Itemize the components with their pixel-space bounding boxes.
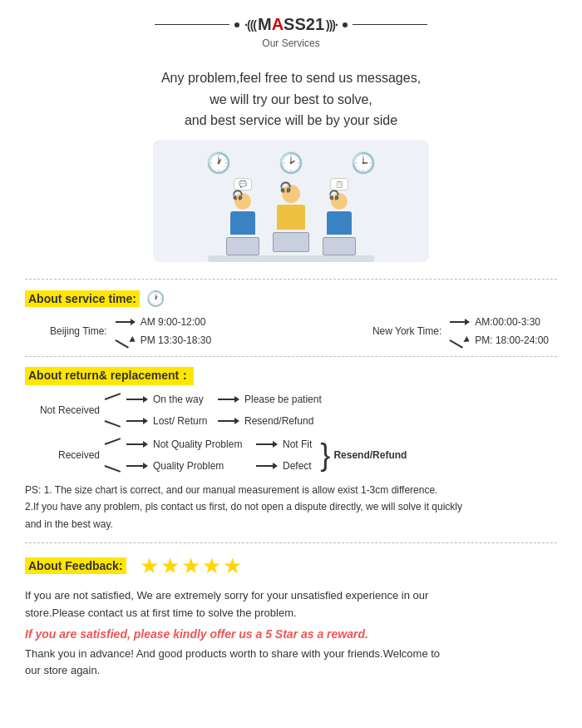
brace-resend-block: } Resend/Refund <box>317 440 407 470</box>
logo-wave-left: ·((( <box>244 18 256 32</box>
laptop-1 <box>226 237 259 255</box>
on-the-way-text: On the way <box>153 394 213 405</box>
beijing-times: AM 9:00-12:00 PM 13:30-18:30 <box>116 316 211 346</box>
quality-arrow <box>126 463 148 469</box>
defect-arrow <box>256 463 278 469</box>
not-received-label: Not Received <box>33 404 100 416</box>
star-rating: ★ ★ ★ ★ ★ <box>140 553 242 579</box>
speech-bubble-3: 📋 <box>330 178 348 191</box>
not-received-branches: On the way Please be patient Lost/ Retur… <box>105 394 322 427</box>
ny-pm-arrow-down <box>450 337 470 344</box>
service-time-title: About service time: 🕐 <box>25 290 557 308</box>
patient-arrow <box>218 396 239 403</box>
laptop-3 <box>323 237 356 255</box>
beijing-time-block: Beijing Time: AM 9:00-12:00 PM 13:30-18:… <box>50 316 211 346</box>
desk-surface <box>208 255 374 262</box>
lost-arrow <box>126 418 148 424</box>
recv-branch-up <box>105 438 121 444</box>
quality-row: Quality Problem Defect <box>105 460 312 472</box>
tagline-line2: we will try our best to solve, <box>33 89 549 111</box>
laptop-2 <box>273 232 309 252</box>
please-be-patient-text: Please be patient <box>244 394 322 405</box>
logo-wave-right: )))· <box>326 18 338 32</box>
agent-head-3: 🎧 <box>331 193 348 210</box>
newyork-am-row: AM:00:00-3:30 <box>450 316 549 328</box>
beijing-label: Beijing Time: <box>50 325 107 337</box>
dot-right <box>343 22 348 27</box>
not-quality-arrow <box>126 441 148 448</box>
beijing-pm-row: PM 13:30-18:30 <box>116 334 211 346</box>
quality-problem-text: Quality Problem <box>153 460 251 472</box>
feedback-section: About Feedback: ★ ★ ★ ★ ★ If you are not… <box>25 553 557 680</box>
agent-head-1: 🎧 <box>234 193 251 210</box>
am-arrow <box>116 319 136 325</box>
divider-3 <box>25 542 557 543</box>
received-branches: Not Quality Problem Not Fit Quality Prob… <box>105 438 312 472</box>
tagline-line1: Any problem,feel free to send us message… <box>33 67 549 89</box>
newyork-am-text: AM:00:00-3:30 <box>475 316 540 328</box>
brace-symbol: } <box>320 440 330 470</box>
feedback-thanks-block: Thank you in advance! And good products … <box>25 646 557 681</box>
customer-service-illustration: 🕐 🕑 🕒 💬 🎧 🎧 <box>0 140 582 262</box>
star-2: ★ <box>160 553 180 579</box>
ps-notes-block: PS: 1. The size chart is correct, and ou… <box>25 482 557 532</box>
tagline-line3: and best service will be by your side <box>33 110 549 131</box>
feedback-thanks-text2: our store again. <box>25 664 100 676</box>
not-fit-text: Not Fit <box>283 438 312 450</box>
time-grid: Beijing Time: AM 9:00-12:00 PM 13:30-18:… <box>25 316 557 346</box>
branch-up-line <box>105 393 121 399</box>
star-1: ★ <box>140 553 159 579</box>
ny-am-arrow <box>450 319 470 325</box>
feedback-text2: store.Please contact us at first time to… <box>25 607 297 619</box>
clock-icon-1: 🕐 <box>206 151 231 175</box>
clock-icon-3: 🕒 <box>351 151 376 175</box>
lost-return-row: Lost/ Return Resend/Refund <box>105 415 322 427</box>
ps-line3: and in the best way. <box>25 516 557 532</box>
on-way-arrow <box>126 396 148 403</box>
header-line: ·((( MASS21 )))· <box>0 15 582 34</box>
not-fit-arrow <box>256 441 278 448</box>
agent-body-2 <box>277 205 305 230</box>
agent-body-1 <box>230 211 255 235</box>
return-title: About return& replacement： <box>25 367 557 385</box>
defect-text: Defect <box>283 460 312 472</box>
not-received-block: Not Received On the way Please be patien… <box>33 394 557 427</box>
recv-branch-down <box>105 465 121 472</box>
received-label: Received <box>33 449 100 461</box>
ps-line2: 2.If you have any problem, pls contact u… <box>25 498 557 515</box>
line-right <box>353 24 427 26</box>
feedback-title: About Feedback: ★ ★ ★ ★ ★ <box>25 553 557 579</box>
feedback-satisfied-text: If you are satisfied, please kindly offe… <box>25 627 557 641</box>
dot-left <box>234 22 239 27</box>
not-quality-row: Not Quality Problem Not Fit <box>105 438 312 450</box>
agent-head-2: 🎧 <box>282 185 300 203</box>
resend-refund-1-text: Resend/Refund <box>244 415 313 427</box>
newyork-label: New York Time: <box>372 325 441 337</box>
line-left <box>155 24 229 26</box>
branch-down-line <box>105 420 121 427</box>
feedback-title-text: About Feedback: <box>25 557 126 574</box>
feedback-not-satisfied: If you are not satisfied, We are extreme… <box>25 587 557 622</box>
star-4: ★ <box>202 553 221 579</box>
newyork-times: AM:00:00-3:30 PM: 18:00-24:00 <box>450 316 549 346</box>
star-3: ★ <box>181 553 200 579</box>
not-quality-text: Not Quality Problem <box>153 438 251 450</box>
agent-body-3 <box>327 211 352 235</box>
newyork-time-block: New York Time: AM:00:00-3:30 PM: 18:00-2… <box>372 316 549 346</box>
divider-2 <box>25 356 557 357</box>
subtitle: Our Services <box>0 37 582 49</box>
return-title-text: About return& replacement： <box>25 367 194 385</box>
newyork-pm-text: PM: 18:00-24:00 <box>475 334 549 346</box>
return-replacement-section: About return& replacement： Not Received … <box>25 367 557 532</box>
speech-bubble-1: 💬 <box>234 178 252 191</box>
lost-return-text: Lost/ Return <box>153 415 213 427</box>
received-block: Received Not Quality Problem Not Fit <box>33 438 557 472</box>
resend-refund-2-text: Resend/Refund <box>333 449 407 461</box>
logo: ·((( MASS21 )))· <box>244 15 338 34</box>
pm-arrow-down <box>116 337 136 344</box>
ps-line1: PS: 1. The size chart is correct, and ou… <box>25 482 557 498</box>
clock-icon-2: 🕑 <box>279 151 303 175</box>
divider-1 <box>25 279 557 280</box>
star-5: ★ <box>223 553 242 579</box>
newyork-pm-row: PM: 18:00-24:00 <box>450 334 549 346</box>
